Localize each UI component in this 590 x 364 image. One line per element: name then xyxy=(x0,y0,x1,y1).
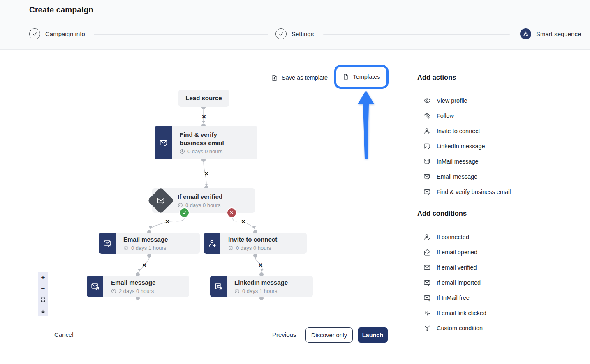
minus-icon: − xyxy=(41,285,45,292)
email-send-icon xyxy=(87,276,103,297)
person-add-icon xyxy=(204,233,220,254)
step-label: Smart sequence xyxy=(536,30,581,37)
canvas-zoom-controls: + − xyxy=(38,272,48,316)
node-lead-source[interactable]: Lead source xyxy=(178,90,229,107)
step-smart-sequence[interactable]: Smart sequence xyxy=(520,28,581,39)
email-send-icon xyxy=(99,233,116,254)
add-conditions-heading: Add conditions xyxy=(417,210,467,217)
remove-connector-icon[interactable]: ✕ xyxy=(257,262,264,268)
connector-port[interactable] xyxy=(253,253,257,258)
email-check-icon xyxy=(423,188,431,196)
step-settings[interactable]: Settings xyxy=(275,28,314,39)
step-label: Campaign info xyxy=(45,30,85,37)
action-find-verify-email[interactable]: Find & verify business email xyxy=(423,184,511,199)
check-circle-icon xyxy=(275,28,287,39)
add-actions-heading: Add actions xyxy=(417,74,456,81)
flow-connectors xyxy=(0,0,407,364)
lock-button[interactable] xyxy=(38,305,48,316)
action-follow[interactable]: Follow xyxy=(423,108,511,123)
action-invite-to-connect[interactable]: Invite to connect xyxy=(423,123,511,138)
previous-button[interactable]: Previous xyxy=(272,331,296,338)
step-connector-line xyxy=(94,34,268,35)
eye-icon xyxy=(423,97,431,104)
node-email-message-2[interactable]: Email message 2 days 0 hours xyxy=(87,276,189,297)
fullscreen-icon xyxy=(40,297,46,302)
check-circle-icon xyxy=(29,28,40,39)
discover-only-button[interactable]: Discover only xyxy=(305,327,353,343)
action-view-profile[interactable]: View profile xyxy=(423,93,511,108)
node-email-message-1[interactable]: Email message 0 days 1 hours xyxy=(99,233,200,254)
email-check-icon xyxy=(155,126,172,159)
remove-connector-icon[interactable]: ✕ xyxy=(201,113,207,120)
eye-check-icon xyxy=(423,112,431,120)
email-dollar-icon: $ xyxy=(423,294,431,302)
sequence-hierarchy-icon xyxy=(520,28,531,39)
email-send-icon xyxy=(423,173,431,180)
action-email-message[interactable]: Email message xyxy=(423,169,511,184)
launch-button[interactable]: Launch xyxy=(358,327,388,343)
cancel-button[interactable]: Cancel xyxy=(54,331,74,338)
merge-arrow-icon xyxy=(423,325,431,332)
chat-send-icon xyxy=(210,276,227,297)
remove-connector-icon[interactable]: ✕ xyxy=(164,218,171,225)
clock-icon xyxy=(180,149,185,154)
lock-icon xyxy=(40,308,46,313)
file-icon xyxy=(342,74,349,80)
email-send-icon xyxy=(423,158,431,165)
node-find-verify-email[interactable]: Find & verify business email 0 days 0 ho… xyxy=(155,126,257,159)
clock-icon xyxy=(178,203,183,208)
node-invite-to-connect[interactable]: Invite to connect 0 days 0 hours xyxy=(204,233,307,254)
create-campaign-page: Create campaign Campaign info Settings S… xyxy=(0,0,590,364)
email-check-icon xyxy=(423,264,431,271)
node-linkedin-message[interactable]: LinkedIn message 0 days 1 hours xyxy=(210,276,313,297)
actions-list: View profile Follow Invite to connect Li… xyxy=(423,93,511,199)
connector-port[interactable] xyxy=(147,253,151,258)
condition-no-badge xyxy=(227,208,236,217)
condition-if-email-verified[interactable]: If email verified xyxy=(423,260,486,275)
zoom-out-button[interactable]: − xyxy=(38,283,48,294)
cursor-click-icon xyxy=(423,309,431,317)
condition-yes-badge xyxy=(180,208,189,217)
step-connector-line xyxy=(323,34,510,35)
email-check-icon xyxy=(423,279,431,286)
condition-if-inmail-free[interactable]: $ If InMail free xyxy=(423,290,486,305)
header: Create campaign Campaign info Settings S… xyxy=(0,0,590,50)
chat-send-icon xyxy=(423,143,431,150)
person-check-icon xyxy=(423,233,431,241)
annotation-arrow-up-icon xyxy=(353,90,379,159)
sidebar-divider xyxy=(407,69,407,347)
action-inmail-message[interactable]: InMail message xyxy=(423,154,511,169)
remove-connector-icon[interactable]: ✕ xyxy=(141,262,148,268)
svg-text:$: $ xyxy=(428,298,430,301)
person-add-icon xyxy=(423,127,431,135)
fit-view-button[interactable] xyxy=(38,294,48,305)
page-title: Create campaign xyxy=(29,5,93,14)
remove-connector-icon[interactable]: ✕ xyxy=(203,170,210,177)
condition-if-email-opened[interactable]: If email opened xyxy=(423,244,486,260)
templates-button[interactable]: Templates xyxy=(342,74,380,80)
step-campaign-info[interactable]: Campaign info xyxy=(29,28,85,39)
condition-custom[interactable]: Custom condition xyxy=(423,320,486,336)
clock-icon xyxy=(228,245,234,251)
action-linkedin-message[interactable]: LinkedIn message xyxy=(423,138,511,154)
annotation-highlight-box: Templates xyxy=(334,65,389,89)
save-as-template-button[interactable]: Save as template xyxy=(271,72,328,83)
condition-if-connected[interactable]: If connected xyxy=(423,229,486,244)
plus-icon: + xyxy=(41,274,45,281)
clock-icon xyxy=(111,288,116,294)
step-label: Settings xyxy=(292,30,314,37)
file-plus-icon xyxy=(271,74,278,81)
condition-if-email-imported[interactable]: If email imported xyxy=(423,275,486,290)
email-open-icon xyxy=(423,249,431,256)
condition-if-email-link-clicked[interactable]: If email link clicked xyxy=(423,305,486,320)
clock-icon xyxy=(234,288,240,294)
remove-connector-icon[interactable]: ✕ xyxy=(240,218,247,225)
zoom-in-button[interactable]: + xyxy=(38,272,48,283)
conditions-list: If connected If email opened If email ve… xyxy=(423,229,486,336)
clock-icon xyxy=(123,245,129,251)
